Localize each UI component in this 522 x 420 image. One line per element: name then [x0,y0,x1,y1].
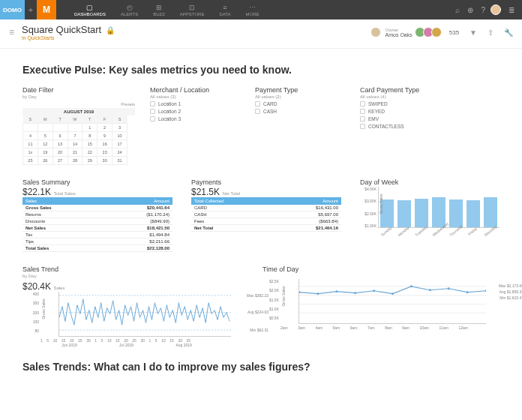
calendar-day[interactable]: 31 [112,157,128,165]
page-title: Square QuickStart [22,24,101,35]
nav-data[interactable]: ≡DATA [212,2,238,19]
date-filter-card: Date Filter by Day Presets AUGUST 2019 S… [22,86,135,165]
calendar-day[interactable]: 23 [98,148,112,157]
calendar-day[interactable] [23,124,38,132]
help-icon[interactable]: ? [481,6,485,14]
table-row: Discounts($849.90) [22,218,172,225]
apps-icon[interactable]: ≣ [508,6,514,14]
breadcrumb[interactable]: in QuickStarts [22,35,115,40]
calendar-day[interactable]: 5 [38,132,52,140]
svg-point-16 [466,291,469,293]
m-logo[interactable]: M [37,0,56,20]
section-heading-1: Executive Pulse: Key sales metrics you n… [22,64,500,76]
calendar-day[interactable]: 4 [23,132,38,140]
calendar-day[interactable]: 27 [52,157,68,165]
table-row: CARD$16,431.00 [191,205,341,212]
calendar-day[interactable]: 16 [98,140,112,148]
user-avatar[interactable] [490,4,501,15]
table-row: Net Sales$18,421.50 [22,225,172,232]
calendar-day[interactable]: 10 [112,132,128,140]
nav-alerts[interactable]: ◴ALERTS [113,2,146,19]
svg-point-8 [316,292,319,295]
calendar-day[interactable]: 9 [98,132,112,140]
calendar-day[interactable]: 30 [98,157,112,165]
sales-trend-card: Sales Trend by Day $20.4K Sales 40030020… [22,266,248,347]
svg-point-12 [392,292,394,295]
calendar-day[interactable]: 13 [52,140,68,148]
filter-option[interactable]: Location 3 [150,116,240,122]
filter-icon[interactable]: ▼ [470,28,477,37]
sales-summary-card: Sales Summary $22.1K Total Sales SalesAm… [22,178,176,252]
bar [415,199,428,227]
svg-point-11 [373,290,375,292]
nav-dashboards[interactable]: ▢DASHBOARDS [67,2,113,19]
calendar-day[interactable]: 19 [38,148,52,157]
calendar-day[interactable]: 20 [52,148,68,157]
filter-option[interactable]: CARD [255,101,345,106]
filter-option[interactable]: Location 1 [150,101,240,106]
svg-point-17 [485,290,486,292]
table-row: Fees($663.84) [191,218,341,225]
table-row: Tax$1,494.84 [22,232,172,238]
calendar-day[interactable]: 29 [82,157,98,165]
nav-buzz[interactable]: ⊞BUZZ [146,2,172,19]
svg-point-7 [299,291,300,293]
calendar-day[interactable]: 8 [82,132,98,140]
owner-avatar[interactable] [370,27,381,38]
calendar-day[interactable]: 11 [23,140,38,148]
calendar-day[interactable] [38,124,52,132]
filter-option[interactable]: Location 2 [150,109,240,114]
filter-option[interactable]: EMV [360,116,450,122]
presets-link[interactable]: Presets [22,102,135,106]
filter-option[interactable]: KEYED [360,109,450,114]
nav-more[interactable]: ⋯MORE [238,2,267,19]
calendar-day[interactable]: 15 [82,140,98,148]
wrench-icon[interactable]: 🔧 [504,28,513,37]
page-header: ≡ Square QuickStart🔒 in QuickStarts Owne… [0,20,522,49]
payments-card: Payments $21.5K Net Total Total Collecte… [191,178,345,252]
calendar-day[interactable]: 2 [98,124,112,132]
filter-option[interactable]: CASH [255,109,345,114]
svg-point-13 [410,285,412,287]
filter-option[interactable]: SWIPED [360,101,450,106]
table-row: Gross Sales$20,441.64 [22,205,172,212]
shared-avatars[interactable] [417,27,442,38]
calendar[interactable]: SMTWTFS12345678910111213141516171x192021… [22,116,128,165]
calendar-day[interactable]: 1x [23,148,38,157]
nav-appstore[interactable]: ⊡APPSTORE [172,2,212,19]
calendar-day[interactable] [68,124,82,132]
owner-name: Amos Oaks [386,32,412,38]
calendar-day[interactable]: 6 [52,132,68,140]
table-row: Returns($1,170.24) [22,212,172,218]
top-nav: DOMO + M ▢DASHBOARDS◴ALERTS⊞BUZZ⊡APPSTOR… [0,0,522,20]
menu-icon[interactable]: ≡ [9,27,14,38]
calendar-day[interactable] [52,124,68,132]
search-icon[interactable]: ⌕ [455,6,460,14]
calendar-day[interactable]: 1 [82,124,98,132]
day-of-week-chart: Day of Week $4.00K$3.00K$2.00K$1.00K Gro… [360,178,500,252]
calendar-day[interactable]: 21 [68,148,82,157]
calendar-day[interactable]: 14 [68,140,82,148]
filter-option[interactable]: CONTACTLESS [360,124,450,129]
bar [484,197,497,227]
table-row: Net Total$21,464.16 [191,225,341,232]
calendar-day[interactable]: 22 [82,148,98,157]
bar [398,200,411,227]
calendar-day[interactable]: 24 [112,148,128,157]
calendar-day[interactable]: 28 [68,157,82,165]
calendar-day[interactable]: 12 [38,140,52,148]
calendar-day[interactable]: 7 [68,132,82,140]
calendar-day[interactable]: 3 [112,124,128,132]
table-row: Total Sales$22,128.00 [22,245,172,252]
calendar-day[interactable]: 26 [38,157,52,165]
share-icon[interactable]: ⇪ [488,28,494,37]
table-row: CASH$5,697.00 [191,212,341,218]
svg-point-9 [335,290,338,292]
plus-icon[interactable]: ⊕ [467,6,473,14]
calendar-day[interactable]: 25 [23,157,38,165]
domo-logo[interactable]: DOMO [0,0,25,20]
section-heading-2: Sales Trends: What can I do to improve m… [22,361,500,373]
calendar-day[interactable]: 17 [112,140,128,148]
add-icon[interactable]: + [25,0,37,20]
time-of-day-card: Time of Day $2.5K$2.0K$1.5K$1.0K$0.5K Gr… [262,266,500,347]
